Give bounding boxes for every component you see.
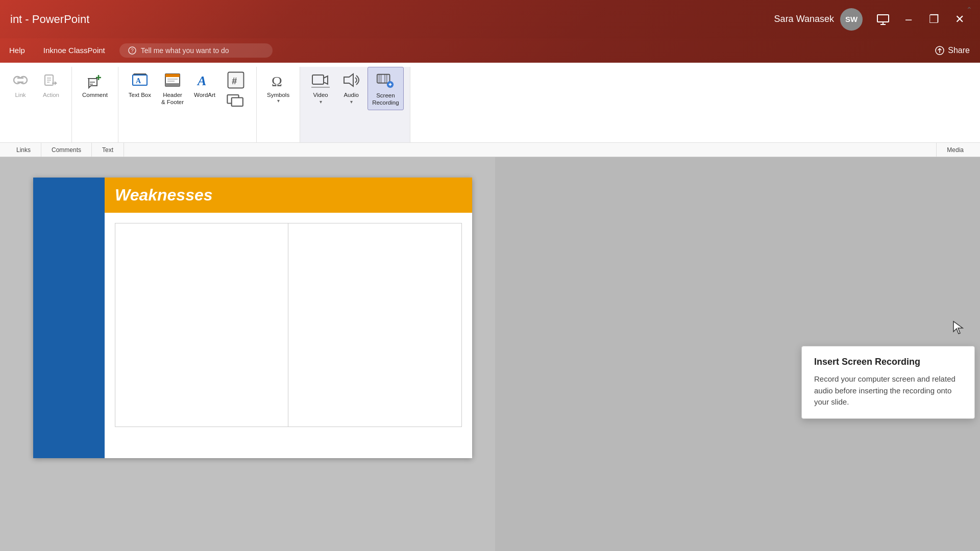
action-button[interactable]: Action	[37, 67, 65, 102]
comments-items: Comment	[78, 67, 112, 142]
media-items: Video ▾ Audio ▾	[306, 67, 403, 142]
video-label: Video	[313, 92, 328, 99]
ribbon-group-links: Link Action	[0, 67, 72, 142]
avatar: SW	[840, 8, 863, 31]
symbols-button[interactable]: Ω Symbols ▾	[263, 67, 293, 107]
menu-help[interactable]: Help	[0, 38, 34, 62]
ribbon-group-symbols: Ω Symbols ▾	[257, 67, 300, 142]
link-button[interactable]: Link	[6, 67, 35, 102]
wordart-label: WordArt	[194, 92, 215, 99]
link-icon	[11, 70, 30, 90]
ribbon-group-media: Video ▾ Audio ▾	[300, 67, 410, 142]
tooltip-title: Insert Screen Recording	[814, 357, 962, 367]
user-info: Sara Wanasek SW	[774, 8, 863, 31]
textbox-label: Text Box	[129, 92, 151, 99]
hash-icon: #	[226, 70, 246, 90]
duplicate-icon	[227, 91, 245, 110]
headerfooter-icon	[163, 70, 182, 90]
comment-icon	[86, 70, 104, 90]
video-icon	[311, 70, 330, 90]
hashtag-button[interactable]: #	[222, 67, 250, 113]
share-button[interactable]: Share	[924, 45, 980, 56]
tooltip-body: Record your computer screen and related …	[814, 373, 962, 408]
footer-links: Links	[6, 143, 41, 157]
svg-text:A: A	[197, 73, 206, 88]
slide-blue-column	[33, 178, 105, 458]
ribbon: Link Action	[0, 63, 980, 157]
headerfooter-button[interactable]: Header & Footer	[157, 67, 188, 109]
svg-text:A: A	[136, 77, 141, 85]
svg-text:#: #	[232, 76, 237, 86]
title-bar: int - PowerPoint Sara Wanasek SW – ❐ ✕	[0, 0, 980, 38]
ribbon-collapse-button[interactable]: ⌃	[962, 2, 977, 17]
screen-recording-button[interactable]: Screen Recording	[368, 67, 403, 110]
footer-comments: Comments	[41, 143, 92, 157]
omega-icon: Ω	[269, 70, 287, 90]
audio-button[interactable]: Audio ▾	[337, 67, 365, 108]
svg-text:Ω: Ω	[272, 73, 282, 89]
svg-text:?: ?	[131, 48, 134, 54]
presentation-view-icon[interactable]	[873, 9, 893, 30]
footer-media: Media	[937, 143, 974, 157]
audio-label: Audio	[344, 92, 358, 99]
action-icon	[42, 70, 60, 90]
textbox-button[interactable]: A Text Box	[125, 67, 155, 102]
svg-rect-0	[877, 15, 889, 22]
svg-rect-29	[312, 75, 324, 84]
tell-me-box[interactable]: ? Tell me what you want to do	[119, 43, 273, 58]
comment-button[interactable]: Comment	[78, 67, 112, 102]
slide-area: Weaknesses Insert Screen Recording Recor…	[0, 157, 980, 551]
links-items: Link Action	[6, 67, 65, 142]
window-controls: – ❐ ✕	[873, 9, 970, 30]
ribbon-group-comments: Comment	[72, 67, 118, 142]
user-name: Sara Wanasek	[774, 14, 834, 24]
slide-canvas[interactable]: Weaknesses	[33, 178, 472, 458]
audio-icon	[342, 70, 360, 90]
app-title: int - PowerPoint	[10, 13, 774, 26]
wordart-button[interactable]: A WordArt	[190, 67, 219, 102]
footer-empty	[124, 143, 937, 157]
tell-me-input[interactable]: Tell me what you want to do	[141, 46, 229, 55]
text-items: A Text Box	[125, 67, 250, 142]
footer-text: Text	[92, 143, 124, 157]
link-label: Link	[15, 92, 26, 99]
menu-classpoint[interactable]: Inknoe ClassPoint	[34, 38, 114, 62]
slide-title: Weaknesses	[105, 178, 472, 213]
screen-recording-tooltip: Insert Screen Recording Record your comp…	[801, 346, 975, 419]
ribbon-content: Link Action	[0, 63, 980, 142]
wordart-icon: A	[195, 70, 214, 90]
symbols-items: Ω Symbols ▾	[263, 67, 293, 142]
slide-content: Weaknesses	[105, 178, 472, 458]
svg-marker-31	[344, 74, 353, 86]
video-button[interactable]: Video ▾	[306, 67, 335, 108]
screen-rec-label: Screen Recording	[372, 92, 399, 107]
headerfooter-label: Header & Footer	[161, 92, 184, 106]
svg-rect-27	[232, 97, 243, 106]
ribbon-group-text: A Text Box	[118, 67, 257, 142]
svg-rect-20	[165, 83, 180, 86]
action-label: Action	[43, 92, 59, 99]
menu-bar: Help Inknoe ClassPoint ? Tell me what yo…	[0, 38, 980, 63]
comment-label: Comment	[82, 92, 108, 99]
screen-rec-icon	[376, 70, 395, 91]
maximize-button[interactable]: ❐	[924, 9, 944, 30]
textbox-icon: A	[131, 70, 149, 90]
slide-body	[105, 213, 472, 437]
minimize-button[interactable]: –	[898, 9, 919, 30]
ribbon-footer: Links Comments Text Media	[0, 142, 980, 157]
svg-rect-19	[165, 74, 180, 77]
